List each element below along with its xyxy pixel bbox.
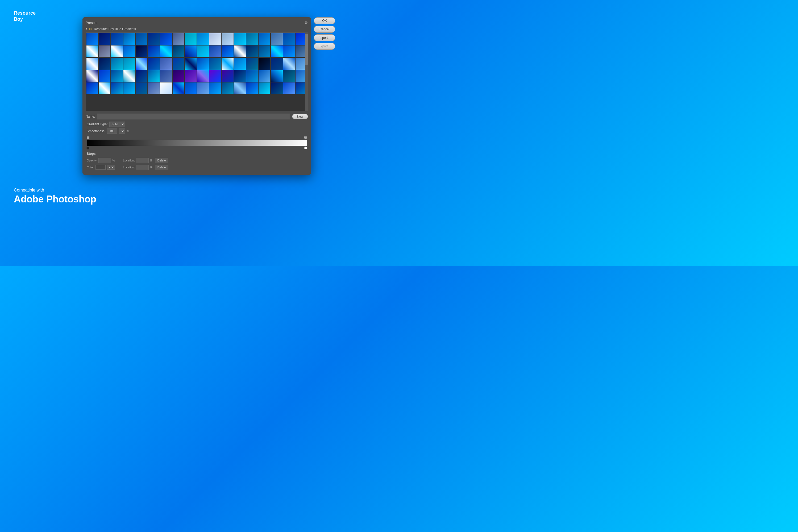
gradient-swatch-17[interactable] [283, 33, 295, 45]
gradient-swatch-58[interactable] [124, 70, 135, 82]
location-input-2[interactable] [136, 165, 149, 170]
gradient-swatch-1[interactable] [87, 33, 98, 45]
gradient-swatch-5[interactable] [136, 33, 147, 45]
gradient-type-dropdown[interactable]: Solid Noise [109, 121, 125, 127]
gradient-swatch-65[interactable] [209, 70, 221, 82]
gradient-swatch-22[interactable] [124, 45, 135, 57]
gradient-swatch-45[interactable] [185, 58, 196, 70]
gradient-swatch-39[interactable] [111, 58, 122, 70]
gradient-swatch-68[interactable] [246, 70, 258, 82]
gradient-swatch-88[interactable] [271, 82, 283, 94]
gradient-swatch-27[interactable] [185, 45, 196, 57]
gradient-swatch-35[interactable] [283, 45, 295, 57]
gradient-swatch-15[interactable] [259, 33, 270, 45]
gradient-swatch-41[interactable] [136, 58, 147, 70]
delete-button-1[interactable]: Delete [155, 158, 168, 163]
gradient-swatch-3[interactable] [111, 33, 122, 45]
gear-icon[interactable]: ⚙ [305, 20, 308, 25]
import-button[interactable]: Import... [314, 34, 335, 41]
folder-arrow-icon[interactable]: ▾ [86, 27, 87, 31]
gradient-swatch-57[interactable] [111, 70, 122, 82]
gradient-swatch-32[interactable] [246, 45, 258, 57]
gradient-swatch-79[interactable] [160, 82, 172, 94]
gradient-swatch-80[interactable] [173, 82, 184, 94]
gradient-swatch-74[interactable] [99, 82, 110, 94]
delete-button-2[interactable]: Delete [155, 165, 168, 170]
gradient-swatch-12[interactable] [222, 33, 233, 45]
gradient-swatch-30[interactable] [222, 45, 233, 57]
gradient-swatch-19[interactable] [87, 45, 98, 57]
scrollbar-thumb[interactable] [305, 34, 308, 65]
gradient-swatch-46[interactable] [197, 58, 209, 70]
gradient-swatch-55[interactable] [87, 70, 98, 82]
gradient-swatch-4[interactable] [124, 33, 135, 45]
gradient-swatch-42[interactable] [148, 58, 159, 70]
gradient-swatch-21[interactable] [111, 45, 122, 57]
gradient-swatch-6[interactable] [148, 33, 159, 45]
gradient-swatch-28[interactable] [197, 45, 209, 57]
gradient-swatch-47[interactable] [209, 58, 221, 70]
gradient-swatch-81[interactable] [185, 82, 196, 94]
color-dropdown[interactable]: ▾ [107, 165, 115, 170]
gradient-swatch-66[interactable] [222, 70, 233, 82]
smoothness-input[interactable] [107, 129, 117, 134]
gradient-swatch-56[interactable] [99, 70, 110, 82]
gradient-swatch-50[interactable] [246, 58, 258, 70]
gradient-swatch-37[interactable] [87, 58, 98, 70]
gradient-swatch-20[interactable] [99, 45, 110, 57]
color-stop-right[interactable] [304, 147, 307, 149]
opacity-input[interactable] [98, 158, 111, 163]
gradient-bar[interactable] [87, 140, 307, 146]
gradient-swatch-75[interactable] [111, 82, 122, 94]
gradient-swatch-48[interactable] [222, 58, 233, 70]
gradient-swatch-14[interactable] [246, 33, 258, 45]
gradient-swatch-59[interactable] [136, 70, 147, 82]
color-swatch[interactable] [95, 165, 106, 170]
gradient-swatch-63[interactable] [185, 70, 196, 82]
gradient-swatch-53[interactable] [283, 58, 295, 70]
gradient-swatch-86[interactable] [246, 82, 258, 94]
gradient-swatch-51[interactable] [259, 58, 270, 70]
gradient-swatch-70[interactable] [271, 70, 283, 82]
gradient-swatch-83[interactable] [209, 82, 221, 94]
gradient-swatch-24[interactable] [148, 45, 159, 57]
gradient-swatch-49[interactable] [234, 58, 246, 70]
gradient-swatch-73[interactable] [87, 82, 98, 94]
gradient-swatch-89[interactable] [283, 82, 295, 94]
gradient-swatch-85[interactable] [234, 82, 246, 94]
gradient-swatch-60[interactable] [148, 70, 159, 82]
gradient-swatch-2[interactable] [99, 33, 110, 45]
gradient-swatch-67[interactable] [234, 70, 246, 82]
name-input[interactable] [97, 114, 290, 119]
gradient-swatch-10[interactable] [197, 33, 209, 45]
gradient-swatch-9[interactable] [185, 33, 196, 45]
gradient-swatch-71[interactable] [283, 70, 295, 82]
gradient-swatch-76[interactable] [124, 82, 135, 94]
gradient-swatch-25[interactable] [160, 45, 172, 57]
new-button[interactable]: New [292, 114, 308, 119]
gradient-swatch-77[interactable] [136, 82, 147, 94]
gradient-swatch-62[interactable] [173, 70, 184, 82]
export-button[interactable]: Export... [314, 43, 335, 50]
gradient-swatch-78[interactable] [148, 82, 159, 94]
gradient-swatch-13[interactable] [234, 33, 246, 45]
gradient-swatch-16[interactable] [271, 33, 283, 45]
gradient-swatch-29[interactable] [209, 45, 221, 57]
gradient-swatch-38[interactable] [99, 58, 110, 70]
location-input-1[interactable] [136, 158, 149, 163]
gradient-swatch-33[interactable] [259, 45, 270, 57]
color-stop-left[interactable] [87, 147, 89, 149]
gradient-swatch-43[interactable] [160, 58, 172, 70]
gradient-swatch-8[interactable] [173, 33, 184, 45]
cancel-button[interactable]: Cancel [314, 26, 335, 33]
gradient-swatch-61[interactable] [160, 70, 172, 82]
gradient-swatch-44[interactable] [173, 58, 184, 70]
gradient-swatch-40[interactable] [124, 58, 135, 70]
gradient-swatch-7[interactable] [160, 33, 172, 45]
opacity-stop-right[interactable] [304, 136, 307, 139]
gradient-swatch-34[interactable] [271, 45, 283, 57]
smoothness-dropdown[interactable]: ▾ [119, 129, 125, 134]
opacity-stop-left[interactable] [87, 136, 89, 139]
gradient-swatch-82[interactable] [197, 82, 209, 94]
ok-button[interactable]: OK [314, 17, 335, 24]
